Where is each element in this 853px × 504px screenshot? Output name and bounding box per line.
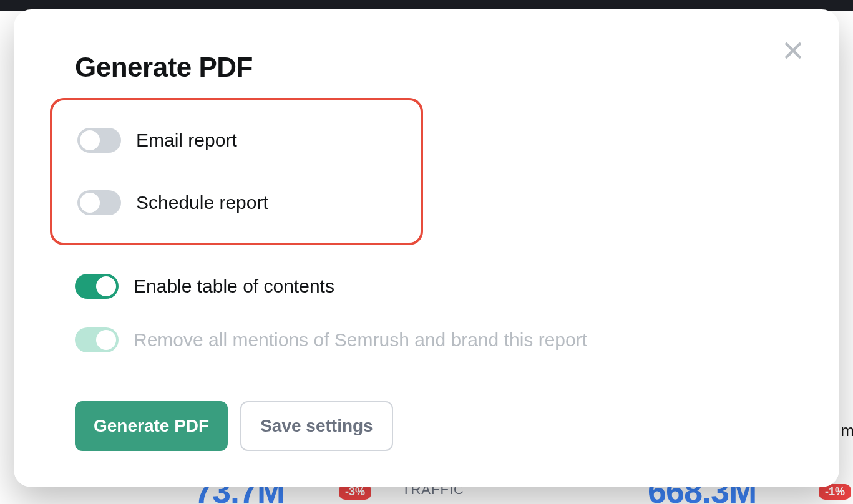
enable-toc-toggle[interactable] [75,274,119,299]
whitelabel-toggle [75,327,119,352]
modal-button-row: Generate PDF Save settings [75,401,783,451]
option-row-schedule-report: Schedule report [52,180,421,225]
generate-pdf-modal: Generate PDF Email report Schedule repor… [14,9,839,487]
schedule-report-toggle[interactable] [77,190,121,215]
highlight-annotation: Email report Schedule report [50,98,423,245]
save-settings-button[interactable]: Save settings [240,401,393,451]
option-row-toc: Enable table of contents [75,274,783,299]
close-button[interactable] [778,36,808,65]
email-report-label: Email report [136,130,237,151]
option-row-whitelabel: Remove all mentions of Semrush and brand… [75,327,783,352]
enable-toc-label: Enable table of contents [134,276,334,297]
generate-pdf-button[interactable]: Generate PDF [75,401,228,451]
text-fragment: m [841,421,853,440]
option-row-email-report: Email report [52,118,421,163]
close-icon [782,39,804,62]
modal-title: Generate PDF [75,52,783,83]
whitelabel-label: Remove all mentions of Semrush and brand… [134,329,587,351]
email-report-toggle[interactable] [77,128,121,153]
schedule-report-label: Schedule report [136,192,268,213]
